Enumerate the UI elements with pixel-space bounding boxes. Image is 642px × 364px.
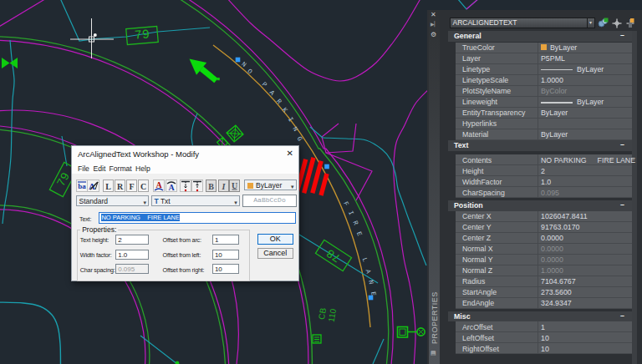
svg-text:B: B	[208, 181, 214, 190]
svg-text:R: R	[117, 181, 124, 190]
svg-text:F: F	[130, 181, 135, 190]
svg-text:U: U	[232, 180, 237, 190]
svg-text:ba: ba	[78, 182, 86, 190]
svg-text:79: 79	[134, 28, 150, 43]
svg-text:C: C	[140, 181, 146, 190]
svg-text:L: L	[105, 181, 111, 190]
svg-text:A: A	[168, 182, 175, 191]
